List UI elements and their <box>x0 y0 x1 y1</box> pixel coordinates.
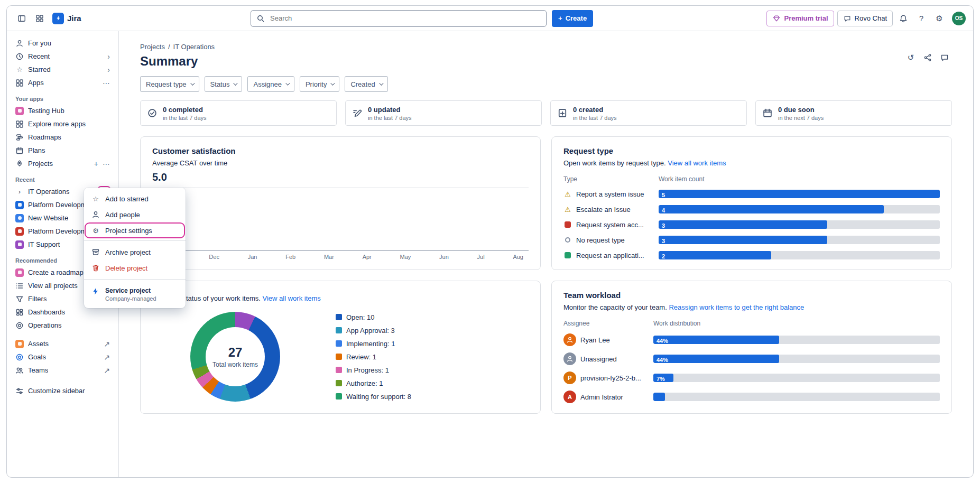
sidebar-item-teams[interactable]: Teams ↗ <box>11 364 114 377</box>
legend-item: Authorize: 1 <box>336 379 411 387</box>
view-all-work-items-link[interactable]: View all work items <box>263 294 321 302</box>
chevron-right-icon: › <box>107 53 110 60</box>
projects-icon <box>15 160 24 168</box>
create-button[interactable]: + Create <box>552 10 593 27</box>
user-avatar[interactable]: OS <box>952 12 966 25</box>
request-type-row[interactable]: Request an applicati... 2 <box>563 251 940 259</box>
chevron-down-icon <box>285 81 290 85</box>
search-icon <box>256 14 265 23</box>
breadcrumb-it-operations[interactable]: IT Operations <box>173 43 215 51</box>
reassign-work-items-link[interactable]: Reassign work items to get the right bal… <box>669 303 804 311</box>
more-icon[interactable]: ⋯ <box>103 79 110 87</box>
sidebar-item-starred[interactable]: ☆ Starred › <box>11 63 114 76</box>
add-project-icon[interactable]: + <box>94 160 98 168</box>
total-work-items-label: Total work items <box>212 361 258 368</box>
share-button[interactable] <box>920 50 935 65</box>
customer-satisfaction-card: Customer satisfaction Average CSAT over … <box>140 136 541 270</box>
sidebar-item-operations[interactable]: Operations <box>11 319 114 332</box>
bar-fill: 3 <box>659 236 827 244</box>
filter-bar: Request type Status Assignee Priority Cr… <box>140 76 952 92</box>
status-legend: Open: 10 App Approval: 3 Implementing: 1… <box>336 313 411 401</box>
menu-item-add-people[interactable]: Add people <box>84 207 186 222</box>
notifications-button[interactable] <box>896 11 911 26</box>
global-search[interactable] <box>251 10 547 27</box>
sidebar-item-apps[interactable]: Apps ⋯ <box>11 76 114 89</box>
roadmap-app-icon <box>15 268 24 277</box>
request-type-card: Request type Open work items by request … <box>551 136 952 270</box>
filter-created[interactable]: Created <box>345 76 387 92</box>
card-title: Request type <box>563 146 940 155</box>
premium-trial-button[interactable]: Premium trial <box>766 11 834 26</box>
app-switcher-button[interactable] <box>32 11 47 26</box>
it-support-icon <box>15 240 24 249</box>
menu-item-add-to-starred[interactable]: ☆ Add to starred <box>84 191 186 207</box>
filter-icon <box>15 295 24 303</box>
filter-status[interactable]: Status <box>205 76 243 92</box>
sidebar-item-customize[interactable]: Customize sidebar <box>11 384 114 397</box>
bar-fill: 44% <box>653 336 779 344</box>
legend-item: App Approval: 3 <box>336 327 411 335</box>
workload-row[interactable]: Unassigned 44% <box>563 352 940 365</box>
settings-button[interactable]: ⚙ <box>932 11 947 26</box>
chevron-down-icon <box>190 81 195 85</box>
bar-track: 44% <box>653 336 940 344</box>
legend-swatch <box>336 367 342 373</box>
undo-icon: ↺ <box>908 53 914 62</box>
sidebar-item-goals[interactable]: Goals ↗ <box>11 350 114 364</box>
workload-row[interactable]: A Admin Istrator <box>563 391 940 403</box>
platform-development-icon <box>15 227 24 236</box>
explore-apps-icon <box>15 120 24 128</box>
filter-request-type[interactable]: Request type <box>140 76 199 92</box>
refresh-button[interactable]: ↺ <box>903 50 918 65</box>
request-type-row[interactable]: No request type 3 <box>563 236 940 244</box>
menu-item-archive-project[interactable]: Archive project <box>84 244 186 260</box>
error-icon <box>563 220 572 229</box>
menu-item-delete-project[interactable]: Delete project <box>84 260 186 276</box>
bar-track: 4 <box>659 205 940 213</box>
legend-swatch <box>336 354 342 360</box>
sidebar-item-explore-more-apps[interactable]: Explore more apps <box>11 117 114 131</box>
menu-divider <box>84 279 186 280</box>
sidebar-item-recent[interactable]: Recent › <box>11 50 114 63</box>
more-icon[interactable]: ⋯ <box>103 160 110 168</box>
sidebar-item-roadmaps[interactable]: Roadmaps <box>11 131 114 144</box>
filter-priority[interactable]: Priority <box>300 76 339 92</box>
stat-card-completed: 0 completedin the last 7 days <box>140 100 337 126</box>
jira-logo[interactable]: Jira <box>52 13 81 24</box>
rovo-chat-button[interactable]: Rovo Chat <box>837 11 893 26</box>
platform-development-icon <box>15 201 24 209</box>
menu-item-project-settings[interactable]: ⚙ Project settings <box>86 224 184 237</box>
request-type-row[interactable]: ⚠ Escalate an Issue 4 <box>563 205 940 213</box>
view-all-work-items-link[interactable]: View all work items <box>668 159 726 167</box>
apps-icon <box>15 79 24 87</box>
card-subtitle-fragment: tatus of your work items. <box>186 294 261 302</box>
sidebar-item-assets[interactable]: Assets ↗ <box>11 337 114 350</box>
menu-item-service-project[interactable]: Service project Company-managed <box>84 283 186 305</box>
sidebar-item-projects[interactable]: Projects + ⋯ <box>11 157 114 170</box>
gear-icon: ⚙ <box>91 226 100 235</box>
request-type-row[interactable]: ⚠ Report a system issue 5 <box>563 190 940 198</box>
chevron-right-icon[interactable]: › <box>15 188 24 196</box>
bar-fill: 3 <box>659 220 827 229</box>
sidebar-toggle-button[interactable] <box>14 11 29 26</box>
request-type-row[interactable]: Request system acc... 3 <box>563 220 940 229</box>
gem-icon <box>772 14 781 23</box>
menu-divider <box>84 240 186 241</box>
feedback-button[interactable] <box>937 50 952 65</box>
archive-icon <box>91 248 100 256</box>
sidebar-item-testing-hub[interactable]: Testing Hub <box>11 104 114 117</box>
filter-assignee[interactable]: Assignee <box>247 76 294 92</box>
sliders-icon <box>15 387 24 395</box>
workload-row[interactable]: P provision-fy25-2-b... 7% <box>563 371 940 384</box>
warning-icon: ⚠ <box>563 190 572 198</box>
clock-icon <box>15 52 24 61</box>
sidebar-item-plans[interactable]: Plans <box>11 144 114 157</box>
workload-row[interactable]: Ryan Lee 44% <box>563 333 940 346</box>
sidebar-item-for-you[interactable]: For you <box>11 36 114 50</box>
new-website-icon <box>15 214 24 222</box>
breadcrumb-projects[interactable]: Projects <box>140 43 165 51</box>
page-title: Summary <box>140 54 215 69</box>
help-button[interactable]: ? <box>914 11 929 26</box>
search-input[interactable] <box>269 14 541 23</box>
your-apps-header: Your apps <box>11 89 114 104</box>
